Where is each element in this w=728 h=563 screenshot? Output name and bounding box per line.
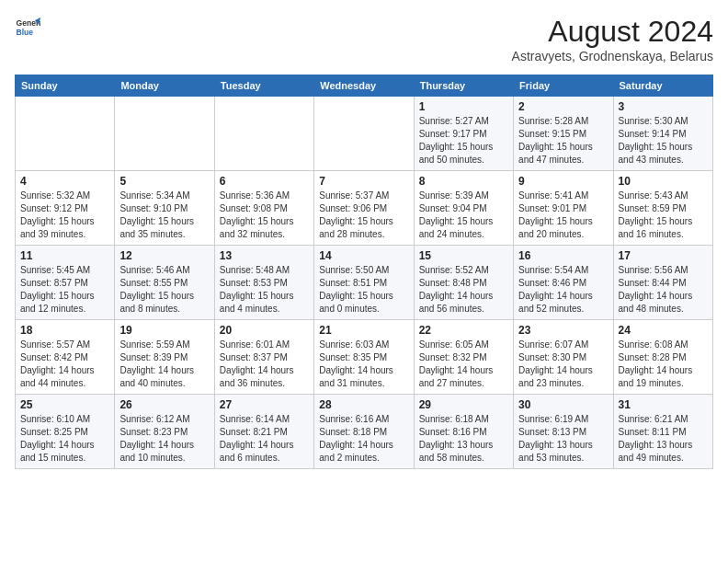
day-number: 19 [119, 324, 209, 337]
day-info: Sunrise: 6:03 AM Sunset: 8:35 PM Dayligh… [319, 339, 408, 390]
calendar-cell: 28Sunrise: 6:16 AM Sunset: 8:18 PM Dayli… [314, 395, 414, 469]
week-row-5: 25Sunrise: 6:10 AM Sunset: 8:25 PM Dayli… [16, 395, 713, 469]
day-info: Sunrise: 6:21 AM Sunset: 8:11 PM Dayligh… [619, 413, 708, 465]
calendar-cell: 8Sunrise: 5:39 AM Sunset: 9:04 PM Daylig… [414, 171, 513, 246]
day-info: Sunrise: 5:43 AM Sunset: 8:59 PM Dayligh… [619, 190, 708, 241]
page-subtitle: Astravyets, Grodnenskaya, Belarus [512, 49, 713, 63]
day-number: 7 [319, 175, 408, 188]
calendar-cell [314, 97, 414, 171]
week-row-4: 18Sunrise: 5:57 AM Sunset: 8:42 PM Dayli… [16, 320, 713, 395]
calendar-cell: 30Sunrise: 6:19 AM Sunset: 8:13 PM Dayli… [514, 395, 613, 469]
calendar-header: SundayMondayTuesdayWednesdayThursdayFrid… [16, 75, 713, 97]
calendar-cell: 20Sunrise: 6:01 AM Sunset: 8:37 PM Dayli… [214, 320, 313, 395]
header-cell-tuesday: Tuesday [214, 75, 313, 97]
day-number: 20 [220, 324, 309, 337]
calendar-cell: 26Sunrise: 6:12 AM Sunset: 8:23 PM Dayli… [115, 395, 214, 469]
day-number: 4 [20, 175, 109, 188]
calendar-cell: 17Sunrise: 5:56 AM Sunset: 8:44 PM Dayli… [613, 246, 712, 320]
calendar-cell: 1Sunrise: 5:27 AM Sunset: 9:17 PM Daylig… [414, 97, 513, 171]
week-row-2: 4Sunrise: 5:32 AM Sunset: 9:12 PM Daylig… [16, 171, 713, 246]
header-cell-monday: Monday [115, 75, 214, 97]
day-number: 17 [619, 249, 708, 262]
day-number: 16 [518, 249, 608, 262]
day-number: 31 [619, 398, 708, 411]
day-info: Sunrise: 5:46 AM Sunset: 8:55 PM Dayligh… [119, 264, 209, 316]
day-number: 21 [319, 324, 408, 337]
day-info: Sunrise: 5:27 AM Sunset: 9:17 PM Dayligh… [419, 115, 508, 167]
day-info: Sunrise: 5:32 AM Sunset: 9:12 PM Dayligh… [20, 190, 109, 241]
page-title: August 2024 [512, 15, 713, 49]
day-number: 15 [419, 249, 508, 262]
header-cell-wednesday: Wednesday [314, 75, 414, 97]
day-info: Sunrise: 6:10 AM Sunset: 8:25 PM Dayligh… [20, 413, 109, 465]
header-row: SundayMondayTuesdayWednesdayThursdayFrid… [16, 75, 713, 97]
day-info: Sunrise: 6:05 AM Sunset: 8:32 PM Dayligh… [419, 339, 508, 390]
day-number: 30 [518, 398, 608, 411]
header-cell-friday: Friday [514, 75, 613, 97]
day-number: 24 [619, 324, 708, 337]
day-info: Sunrise: 5:56 AM Sunset: 8:44 PM Dayligh… [619, 264, 708, 316]
calendar-cell: 7Sunrise: 5:37 AM Sunset: 9:06 PM Daylig… [314, 171, 414, 246]
week-row-3: 11Sunrise: 5:45 AM Sunset: 8:57 PM Dayli… [16, 246, 713, 320]
day-number: 25 [20, 398, 109, 411]
day-number: 12 [119, 249, 209, 262]
day-number: 1 [419, 100, 508, 113]
calendar-cell: 3Sunrise: 5:30 AM Sunset: 9:14 PM Daylig… [613, 97, 712, 171]
day-info: Sunrise: 6:18 AM Sunset: 8:16 PM Dayligh… [419, 413, 508, 465]
day-number: 5 [119, 175, 209, 188]
calendar-cell [16, 97, 115, 171]
day-info: Sunrise: 5:59 AM Sunset: 8:39 PM Dayligh… [119, 339, 209, 390]
day-info: Sunrise: 5:34 AM Sunset: 9:10 PM Dayligh… [119, 190, 209, 241]
calendar-cell: 11Sunrise: 5:45 AM Sunset: 8:57 PM Dayli… [16, 246, 115, 320]
calendar-cell: 24Sunrise: 6:08 AM Sunset: 8:28 PM Dayli… [613, 320, 712, 395]
day-number: 9 [518, 175, 608, 188]
day-number: 22 [419, 324, 508, 337]
calendar-cell: 14Sunrise: 5:50 AM Sunset: 8:51 PM Dayli… [314, 246, 414, 320]
day-number: 14 [319, 249, 408, 262]
calendar-cell: 27Sunrise: 6:14 AM Sunset: 8:21 PM Dayli… [214, 395, 313, 469]
calendar-body: 1Sunrise: 5:27 AM Sunset: 9:17 PM Daylig… [16, 97, 713, 469]
day-info: Sunrise: 6:01 AM Sunset: 8:37 PM Dayligh… [220, 339, 309, 390]
day-info: Sunrise: 5:30 AM Sunset: 9:14 PM Dayligh… [619, 115, 708, 167]
day-info: Sunrise: 5:36 AM Sunset: 9:08 PM Dayligh… [220, 190, 309, 241]
header-cell-thursday: Thursday [414, 75, 513, 97]
day-number: 2 [518, 100, 608, 113]
calendar-cell: 29Sunrise: 6:18 AM Sunset: 8:16 PM Dayli… [414, 395, 513, 469]
calendar-cell: 19Sunrise: 5:59 AM Sunset: 8:39 PM Dayli… [115, 320, 214, 395]
day-number: 29 [419, 398, 508, 411]
title-block: August 2024 Astravyets, Grodnenskaya, Be… [512, 15, 713, 63]
day-number: 27 [220, 398, 309, 411]
calendar-cell: 13Sunrise: 5:48 AM Sunset: 8:53 PM Dayli… [214, 246, 313, 320]
calendar-cell: 23Sunrise: 6:07 AM Sunset: 8:30 PM Dayli… [514, 320, 613, 395]
calendar-cell: 4Sunrise: 5:32 AM Sunset: 9:12 PM Daylig… [16, 171, 115, 246]
calendar-cell: 5Sunrise: 5:34 AM Sunset: 9:10 PM Daylig… [115, 171, 214, 246]
calendar-cell: 15Sunrise: 5:52 AM Sunset: 8:48 PM Dayli… [414, 246, 513, 320]
calendar-cell: 2Sunrise: 5:28 AM Sunset: 9:15 PM Daylig… [514, 97, 613, 171]
day-number: 11 [20, 249, 109, 262]
day-number: 8 [419, 175, 508, 188]
day-info: Sunrise: 6:08 AM Sunset: 8:28 PM Dayligh… [619, 339, 708, 390]
calendar-table: SundayMondayTuesdayWednesdayThursdayFrid… [15, 75, 713, 469]
calendar-cell: 22Sunrise: 6:05 AM Sunset: 8:32 PM Dayli… [414, 320, 513, 395]
calendar-cell: 6Sunrise: 5:36 AM Sunset: 9:08 PM Daylig… [214, 171, 313, 246]
calendar-cell [115, 97, 214, 171]
day-info: Sunrise: 5:48 AM Sunset: 8:53 PM Dayligh… [220, 264, 309, 316]
day-number: 26 [119, 398, 209, 411]
calendar-cell: 31Sunrise: 6:21 AM Sunset: 8:11 PM Dayli… [613, 395, 712, 469]
day-number: 13 [220, 249, 309, 262]
day-info: Sunrise: 5:57 AM Sunset: 8:42 PM Dayligh… [20, 339, 109, 390]
day-info: Sunrise: 6:07 AM Sunset: 8:30 PM Dayligh… [518, 339, 608, 390]
page-header: General Blue August 2024 Astravyets, Gro… [15, 15, 713, 63]
day-info: Sunrise: 5:28 AM Sunset: 9:15 PM Dayligh… [518, 115, 608, 167]
day-info: Sunrise: 6:16 AM Sunset: 8:18 PM Dayligh… [319, 413, 408, 465]
calendar-cell: 10Sunrise: 5:43 AM Sunset: 8:59 PM Dayli… [613, 171, 712, 246]
day-info: Sunrise: 5:37 AM Sunset: 9:06 PM Dayligh… [319, 190, 408, 241]
calendar-cell: 9Sunrise: 5:41 AM Sunset: 9:01 PM Daylig… [514, 171, 613, 246]
day-number: 18 [20, 324, 109, 337]
day-info: Sunrise: 6:19 AM Sunset: 8:13 PM Dayligh… [518, 413, 608, 465]
calendar-cell: 21Sunrise: 6:03 AM Sunset: 8:35 PM Dayli… [314, 320, 414, 395]
svg-text:Blue: Blue [17, 28, 34, 37]
day-info: Sunrise: 5:45 AM Sunset: 8:57 PM Dayligh… [20, 264, 109, 316]
calendar-cell: 25Sunrise: 6:10 AM Sunset: 8:25 PM Dayli… [16, 395, 115, 469]
calendar-cell: 16Sunrise: 5:54 AM Sunset: 8:46 PM Dayli… [514, 246, 613, 320]
